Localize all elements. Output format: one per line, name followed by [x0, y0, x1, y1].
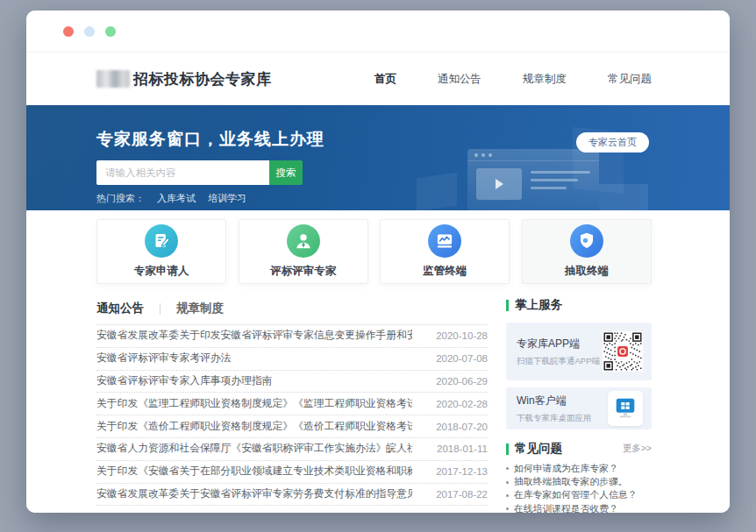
faq-text: 在线培训课程是否收费？ — [514, 503, 618, 513]
news-title: 关于印发《监理工程师职业资格制度规定》《监理工程师职业资格考试实施办法》的通知 — [96, 397, 412, 411]
news-row[interactable]: 关于印发《监理工程师职业资格制度规定》《监理工程师职业资格考试实施办法》的通知 … — [96, 393, 488, 415]
news-title: 安徽省发展改革委关于安徽省评标评审专家劳务费支付标准的指导意见 — [96, 487, 412, 501]
news-row[interactable]: 安徽省评标评审专家考评办法 2020-07-08 — [96, 348, 488, 371]
news-tabs: 通知公告 规章制度 — [96, 298, 488, 325]
app-card-subtitle: 扫描下载皖事通APP端 — [517, 356, 603, 367]
hot-search-term-exam[interactable]: 入库考试 — [157, 192, 196, 205]
bullet-icon — [506, 494, 509, 497]
entry-label: 抽取终端 — [565, 264, 609, 279]
faq-item[interactable]: 抽取终端抽取专家的步骤。 — [506, 475, 652, 488]
news-date: 2017-08-22 — [436, 489, 488, 500]
hot-search-term-training[interactable]: 培训学习 — [208, 192, 246, 205]
entry-label: 监管终端 — [423, 264, 467, 279]
nav-item-home[interactable]: 首页 — [374, 72, 396, 87]
news-title: 安徽省发展改革委关于印发安徽省评标评审专家信息变更操作手册和安徽省评标评审专家.… — [96, 329, 412, 343]
news-panel: 通知公告 规章制度 安徽省发展改革委关于印发安徽省评标评审专家信息变更操作手册和… — [96, 298, 488, 513]
nav-item-notices[interactable]: 通知公告 — [438, 72, 481, 87]
entry-label: 专家申请人 — [134, 264, 189, 279]
search-bar: 搜索 — [96, 160, 303, 185]
faq-item[interactable]: 如何申请成为在库专家？ — [506, 462, 652, 475]
close-window-icon[interactable] — [63, 26, 74, 37]
faq-header: 常见问题 更多>> — [506, 442, 652, 456]
app-card-title: 专家库APP端 — [517, 337, 603, 351]
section-accent-bar — [506, 300, 509, 311]
faq-text: 在库专家如何管理个人信息？ — [514, 489, 637, 501]
news-title: 安徽省人力资源和社会保障厅《安徽省职称评审工作实施办法》皖人社发〔2018〕5号 — [96, 442, 412, 456]
windows-desktop-icon — [608, 391, 643, 426]
tab-rules[interactable]: 规章制度 — [176, 301, 224, 316]
main-nav: 首页 通知公告 规章制度 常见问题 — [374, 72, 652, 87]
main-content: 专家申请人 评标评审专家 — [26, 210, 730, 513]
browser-window: 招标投标协会专家库 首页 通知公告 规章制度 常见问题 专家云首页 专家服务窗口… — [26, 11, 730, 513]
tab-divider — [160, 303, 160, 315]
news-date: 2017-12-13 — [436, 466, 488, 477]
qr-code-icon — [603, 331, 643, 372]
banner-title: 专家服务窗口，业务线上办理 — [96, 128, 652, 151]
faq-item[interactable]: 在库专家如何管理个人信息？ — [506, 489, 652, 502]
entry-card-expert[interactable]: 评标评审专家 — [239, 219, 368, 284]
win-card-title: Win客户端 — [517, 394, 608, 408]
logo-redacted — [96, 70, 130, 88]
news-row[interactable]: 安徽省评标评审专家入库事项办理指南 2020-06-29 — [96, 371, 488, 394]
mobile-services-title: 掌上服务 — [515, 297, 562, 313]
news-date: 2020-10-28 — [436, 330, 488, 341]
bullet-icon — [506, 467, 509, 470]
news-date: 2020-07-08 — [436, 353, 488, 364]
news-row[interactable]: 安徽省发展改革委关于安徽省评标评审专家劳务费支付标准的指导意见 2017-08-… — [96, 484, 488, 507]
news-date: 2020-02-28 — [436, 399, 488, 409]
news-title: 关于印发《造价工程师职业资格制度规定》《造价工程师职业资格考试实施办法》的通知 — [96, 420, 412, 434]
entry-label: 评标评审专家 — [270, 264, 336, 279]
monitor-chart-icon — [428, 224, 461, 258]
shield-search-icon — [570, 224, 603, 258]
news-date: 2020-06-29 — [436, 376, 488, 387]
hot-search-label: 热门搜索： — [96, 192, 145, 205]
news-date: 2018-01-11 — [437, 443, 488, 454]
site-header: 招标投标协会专家库 首页 通知公告 规章制度 常见问题 — [26, 53, 730, 105]
entry-card-extraction[interactable]: 抽取终端 — [522, 219, 652, 284]
faq-more-link[interactable]: 更多>> — [623, 443, 652, 455]
faq-title: 常见问题 — [515, 441, 562, 457]
news-row[interactable]: 关于印发《安徽省关于在部分职业领域建立专业技术类职业资格和职称 对应关系的指导意… — [96, 461, 488, 484]
bullet-icon — [506, 507, 509, 510]
quick-entry-row: 专家申请人 评标评审专家 — [96, 219, 652, 284]
win-client-card[interactable]: Win客户端 下载专家库桌面应用 — [506, 387, 652, 429]
hero-banner: 专家云首页 专家服务窗口，业务线上办理 搜索 热门搜索： 入库考试 培训学习 — [26, 105, 730, 210]
nav-item-rules[interactable]: 规章制度 — [523, 72, 567, 87]
document-pen-icon — [145, 224, 178, 258]
entry-card-supervision[interactable]: 监管终端 — [380, 219, 510, 284]
news-title: 安徽省评标评审专家考评办法 — [96, 351, 231, 365]
right-sidebar: 掌上服务 专家库APP端 扫描下载皖事通APP端 — [506, 298, 652, 513]
news-row[interactable]: 安徽省发展改革委关于印发安徽省评标评审专家信息变更操作手册和安徽省评标评审专家.… — [96, 325, 488, 348]
hot-search: 热门搜索： 入库考试 培训学习 — [96, 192, 652, 205]
faq-text: 如何申请成为在库专家？ — [514, 463, 618, 475]
brand-title: 招标投标协会专家库 — [133, 69, 272, 89]
faq-item[interactable]: 在线培训课程是否收费？ — [506, 502, 652, 513]
minimize-window-icon[interactable] — [84, 26, 95, 37]
news-row[interactable]: 安徽省人力资源和社会保障厅《安徽省职称评审工作实施办法》皖人社发〔2018〕5号… — [96, 438, 488, 461]
section-accent-bar — [506, 443, 509, 455]
app-download-card[interactable]: 专家库APP端 扫描下载皖事通APP端 — [506, 323, 652, 380]
brand: 招标投标协会专家库 — [96, 69, 272, 89]
expert-cloud-home-button[interactable]: 专家云首页 — [576, 132, 649, 153]
bullet-icon — [506, 481, 509, 484]
window-titlebar — [26, 11, 730, 53]
faq-text: 抽取终端抽取专家的步骤。 — [514, 476, 628, 488]
news-date: 2018-07-20 — [436, 422, 488, 432]
expert-person-icon — [287, 224, 320, 258]
mobile-services-header: 掌上服务 — [506, 298, 652, 312]
win-card-subtitle: 下载专家库桌面应用 — [517, 413, 608, 424]
tab-notices[interactable]: 通知公告 — [96, 301, 144, 316]
search-input[interactable] — [96, 160, 269, 185]
nav-item-faq[interactable]: 常见问题 — [608, 72, 652, 87]
search-button[interactable]: 搜索 — [269, 160, 303, 185]
faq-list: 如何申请成为在库专家？ 抽取终端抽取专家的步骤。 在库专家如何管理个人信息？ 在… — [506, 462, 652, 513]
entry-card-applicant[interactable]: 专家申请人 — [96, 219, 226, 284]
news-title: 安徽省评标评审专家入库事项办理指南 — [96, 374, 273, 388]
news-row[interactable]: 关于印发《造价工程师职业资格制度规定》《造价工程师职业资格考试实施办法》的通知 … — [96, 415, 488, 438]
maximize-window-icon[interactable] — [105, 26, 116, 37]
news-title: 关于印发《安徽省关于在部分职业领域建立专业技术类职业资格和职称 对应关系的指导意… — [96, 465, 412, 479]
